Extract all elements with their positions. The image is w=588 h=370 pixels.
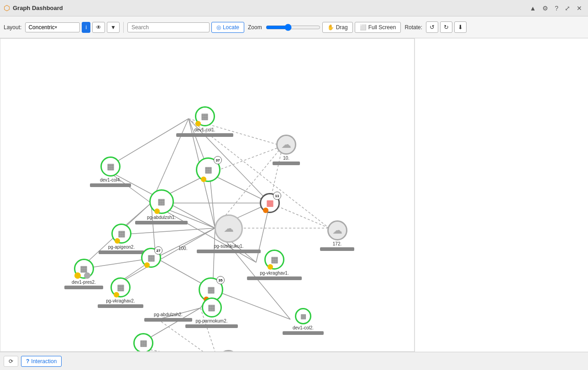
toolbar: Layout: Concentric ▾ i 👁 ▼ ◎ Locate Zoom… xyxy=(0,16,588,38)
node-label: pg-vkraghav1. xyxy=(260,271,289,276)
filter-icon: ▼ xyxy=(110,24,116,31)
node-dev1-col6[interactable]: ▦ dev1-col6.ua3. xyxy=(118,333,168,352)
node-cloud172[interactable]: ☁ 172. xyxy=(320,220,354,251)
node-bar xyxy=(99,250,144,254)
close-button[interactable]: ✕ xyxy=(574,4,584,13)
refresh-icon: ⟳ xyxy=(9,358,13,365)
locate-button[interactable]: ◎ Locate xyxy=(211,22,244,33)
rotate-ccw-button[interactable]: ↺ xyxy=(426,21,438,33)
server-icon: ▦ xyxy=(205,165,212,175)
interaction-button[interactable]: ? Interaction xyxy=(21,356,62,367)
cloud-icon: ☁ xyxy=(224,223,234,235)
server-icon: ▦ xyxy=(107,162,115,172)
node-cloud10[interactable]: ☁ 10. xyxy=(273,135,300,165)
info-button[interactable]: i xyxy=(82,22,90,33)
drag-button[interactable]: ✋ Drag xyxy=(322,22,353,33)
server-icon: ▦ xyxy=(201,111,209,121)
node-label: dev1-pres2. xyxy=(72,280,96,285)
server-icon: ▦ xyxy=(158,197,165,207)
settings-button[interactable]: ⚙ xyxy=(540,4,551,13)
node-bar xyxy=(98,304,143,308)
node-pg-sushkuku1[interactable]: ☁ pg-sushkuku1. xyxy=(197,214,261,253)
server-icon: ▦ xyxy=(208,302,215,313)
graph-canvas: ▦ dev1-col1. ▦ 37 ▦ dev1-col4. xyxy=(0,39,414,351)
eye-button[interactable]: 👁 xyxy=(92,22,105,33)
fullscreen-button[interactable]: ⬜ Full Screen xyxy=(355,22,401,33)
dropdown-arrow-icon: ▾ xyxy=(55,25,77,30)
server-icon: ▦ xyxy=(266,198,274,208)
server-icon: ▦ xyxy=(147,253,155,263)
rotate-cw-button[interactable]: ↻ xyxy=(440,21,452,33)
node-label: dev1-col2. xyxy=(293,325,314,330)
filter-button[interactable]: ▼ xyxy=(107,22,120,33)
title-bar: ⬡ Graph Dashboard ▲ ⚙ ? ⤢ ✕ xyxy=(0,0,588,16)
node-label: dev1-col1. xyxy=(194,127,215,132)
bottom-bar: ⟳ ? Interaction xyxy=(0,352,588,370)
node-label: 10. xyxy=(283,156,289,161)
node-label: pg-sushkuku1. xyxy=(214,244,243,249)
server-icon: ▦ xyxy=(140,338,147,348)
node-pg-abdulzsh1[interactable]: ▦ pg-abdulzsh1. xyxy=(135,189,188,224)
drag-icon: ✋ xyxy=(327,24,334,31)
cloud-icon: ☁ xyxy=(281,139,291,151)
layout-dropdown[interactable]: Concentric ▾ xyxy=(25,22,80,32)
server-icon: ▦ xyxy=(271,255,278,265)
search-box[interactable] xyxy=(127,22,210,32)
eye-icon: 👁 xyxy=(96,24,101,31)
node-label: 172. xyxy=(333,241,341,246)
cloud-icon: ☁ xyxy=(332,224,342,236)
node-pg-apigeon2[interactable]: ▦ pg-apigeon2. xyxy=(99,224,144,254)
separator xyxy=(123,22,124,33)
node-37[interactable]: ▦ 37 xyxy=(196,157,220,182)
node-cloud192[interactable]: ☁ 192. xyxy=(209,350,247,352)
node-bar xyxy=(90,183,131,187)
node-bar xyxy=(320,247,354,251)
node-label: pg-vkraghav2. xyxy=(106,298,135,303)
zoom-label: Zoom xyxy=(248,24,262,31)
download-button[interactable]: ⬇ xyxy=(454,21,467,33)
node-label: dev1-col4. xyxy=(100,177,121,182)
graph-area[interactable]: ▦ dev1-col1. ▦ 37 ▦ dev1-col4. xyxy=(0,38,415,352)
node-bar xyxy=(144,318,192,322)
node-badge: 27 xyxy=(154,246,163,255)
server-icon: ▦ xyxy=(117,282,125,292)
app-title: Graph Dashboard xyxy=(13,5,525,11)
app-icon: ⬡ xyxy=(4,4,10,12)
node-bar xyxy=(283,331,324,335)
node-pg-abdulzsh2[interactable]: pg-abdulzsh2. xyxy=(144,311,192,322)
node-bar xyxy=(273,162,300,165)
node-dev1-col1[interactable]: ▦ dev1-col1. xyxy=(176,106,233,137)
help-button[interactable]: ? xyxy=(552,4,561,13)
minimize-button[interactable]: ▲ xyxy=(527,4,538,13)
refresh-button[interactable]: ⟳ xyxy=(4,356,18,367)
node-badge: 11 xyxy=(273,192,281,200)
fullscreen-icon: ⬜ xyxy=(360,24,367,31)
node-bar xyxy=(185,324,238,328)
locate-icon: ◎ xyxy=(216,24,221,31)
node-27[interactable]: ▦ 27 xyxy=(141,248,161,268)
layout-label: Layout: xyxy=(4,24,21,31)
node-label: pg-abdulzsh1. xyxy=(147,215,176,220)
node-label: pg-apigeon2. xyxy=(108,245,135,250)
side-panel xyxy=(415,38,588,352)
help-icon: ? xyxy=(26,358,29,365)
node-dev1-col4[interactable]: ▦ dev1-col4. xyxy=(90,156,131,187)
zoom-slider[interactable] xyxy=(266,24,320,31)
node-label: pg-parmokum2. xyxy=(195,318,227,323)
node-dev1-col2[interactable]: ▦ dev1-col2. xyxy=(283,308,324,335)
node-pg-vkraghav2[interactable]: ▦ pg-vkraghav2. xyxy=(98,277,143,308)
maximize-button[interactable]: ⤢ xyxy=(562,4,572,13)
server-icon: ▦ xyxy=(207,285,215,295)
node-badge: 35 xyxy=(216,276,225,284)
node-11[interactable]: ▦ 11 xyxy=(260,193,280,213)
server-icon: ▦ xyxy=(118,229,126,239)
node-pg-vkraghav1[interactable]: ▦ pg-vkraghav1. xyxy=(247,250,302,280)
node-bar xyxy=(176,133,233,137)
node-100: 100. xyxy=(178,245,187,251)
search-input[interactable] xyxy=(131,24,205,31)
main-content: ▦ dev1-col1. ▦ 37 ▦ dev1-col4. xyxy=(0,38,588,352)
node-label: pg-abdulzsh2. xyxy=(154,312,183,317)
node-pg-parmokum2[interactable]: ▦ pg-parmokum2. xyxy=(185,297,238,328)
node-badge: 37 xyxy=(214,156,222,164)
rotate-label: Rotate: xyxy=(404,24,422,31)
